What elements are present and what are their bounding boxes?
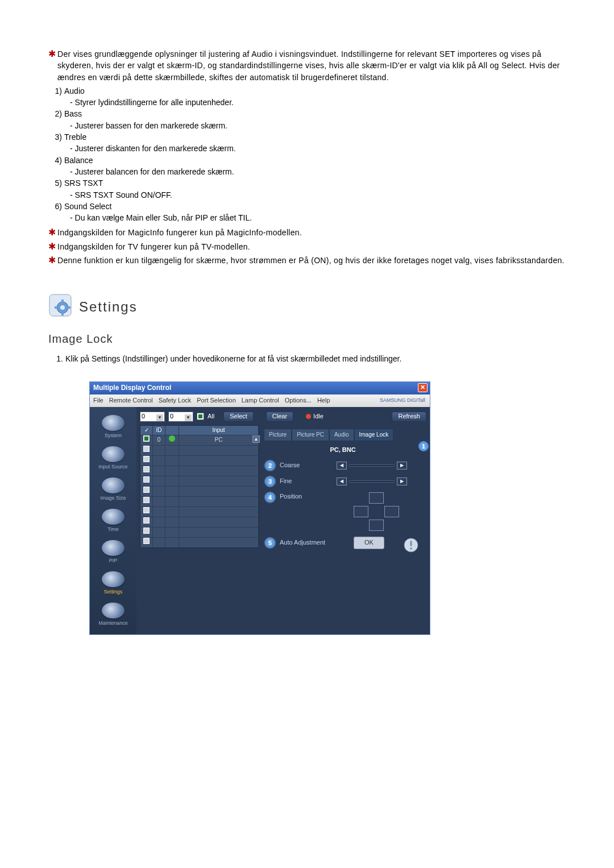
star-icon: ✱ xyxy=(48,242,57,251)
star-icon: ✱ xyxy=(48,228,57,237)
item-index: 2) xyxy=(52,108,64,119)
sidebar-item-settings[interactable]: Settings xyxy=(93,569,133,599)
tab-audio[interactable]: Audio xyxy=(329,429,354,442)
sidebar-label: Image Size xyxy=(100,495,126,501)
sidebar: System Input Source Image Size Time PIP … xyxy=(90,407,136,634)
callout-3: 3 xyxy=(265,476,275,487)
row-checkbox[interactable] xyxy=(143,507,150,513)
clear-button[interactable]: Clear xyxy=(266,412,293,422)
svg-point-2 xyxy=(60,305,65,310)
sidebar-item-maintenance[interactable]: Maintenance xyxy=(93,600,133,630)
star-icon: ✱ xyxy=(48,256,57,265)
svg-rect-6 xyxy=(67,306,70,309)
row-checkbox[interactable] xyxy=(143,487,150,493)
item-index: 3) xyxy=(52,131,64,143)
input-source-icon xyxy=(102,446,125,462)
sidebar-item-time[interactable]: Time xyxy=(93,506,133,537)
tab-picture[interactable]: Picture xyxy=(264,429,292,442)
fine-left-button[interactable]: ◀ xyxy=(337,477,347,485)
menu-lamp-control[interactable]: Lamp Control xyxy=(242,396,279,405)
menu-remote-control[interactable]: Remote Control xyxy=(109,396,153,405)
footnote: Denne funktion er kun tilgængelig for sk… xyxy=(57,255,571,266)
sidebar-item-image-size[interactable]: Image Size xyxy=(93,475,133,505)
item-title: SRS TSXT xyxy=(64,177,571,189)
item-title: Sound Select xyxy=(64,201,571,212)
select-button[interactable]: Select xyxy=(223,412,254,422)
table-row xyxy=(140,466,259,476)
position-up-button[interactable] xyxy=(369,492,384,504)
row-checkbox[interactable] xyxy=(143,538,150,544)
table-row xyxy=(140,486,259,496)
row-checkbox[interactable] xyxy=(143,446,150,452)
menu-port-selection[interactable]: Port Selection xyxy=(197,396,235,405)
coarse-slider[interactable] xyxy=(349,464,395,467)
menu-options[interactable]: Options... xyxy=(285,396,312,405)
idle-label: Idle xyxy=(313,412,323,421)
time-icon xyxy=(102,509,125,525)
tab-image-lock[interactable]: Image Lock xyxy=(354,429,394,442)
sidebar-item-system[interactable]: System xyxy=(93,413,133,443)
item-desc: - Du kan vælge Main eller Sub, når PIP e… xyxy=(70,212,571,223)
fine-right-button[interactable]: ▶ xyxy=(397,477,407,485)
fine-slider[interactable] xyxy=(349,480,395,483)
footnote: Indgangskilden for MagicInfo fungerer ku… xyxy=(57,227,571,238)
sidebar-item-input-source[interactable]: Input Source xyxy=(93,444,133,474)
row-checkbox[interactable] xyxy=(143,476,150,483)
col-id: ID xyxy=(153,426,165,435)
item-index: 4) xyxy=(52,155,64,166)
row-checkbox[interactable] xyxy=(143,435,150,442)
maintenance-icon xyxy=(102,603,125,618)
svg-rect-3 xyxy=(61,300,64,303)
item-desc: - Justerer balancen for den markerede sk… xyxy=(70,166,571,177)
row-checkbox[interactable] xyxy=(143,456,150,462)
brand-label: SAMSUNG DIGITall xyxy=(380,397,425,404)
dropdown-2[interactable]: 0 xyxy=(168,412,193,422)
svg-rect-4 xyxy=(61,312,64,315)
panel-title: PC, BNC xyxy=(265,446,421,455)
table-row[interactable]: 0 PC xyxy=(140,435,259,445)
close-button[interactable]: ✕ xyxy=(418,383,428,392)
row-checkbox[interactable] xyxy=(143,497,150,503)
position-down-button[interactable] xyxy=(369,520,384,531)
menu-file[interactable]: File xyxy=(93,396,103,405)
table-row xyxy=(140,496,259,506)
footnote: Indgangskilden for TV fungerer kun på TV… xyxy=(57,241,571,252)
callout-5: 5 xyxy=(265,538,275,548)
dropdown-1[interactable]: 0 xyxy=(140,412,165,422)
row-checkbox[interactable] xyxy=(143,517,150,524)
item-index: 5) xyxy=(52,177,64,189)
menu-help[interactable]: Help xyxy=(317,396,330,405)
item-desc: - SRS TSXT Sound ON/OFF. xyxy=(70,189,571,201)
sidebar-item-pip[interactable]: PIP xyxy=(93,538,133,568)
item-title: Treble xyxy=(64,131,571,143)
idle-dot-icon xyxy=(306,414,311,419)
settings-icon xyxy=(102,571,125,587)
tab-picture-pc[interactable]: Picture PC xyxy=(292,429,329,442)
param-coarse-label: Coarse xyxy=(280,461,337,470)
table-row xyxy=(140,445,259,455)
refresh-button[interactable]: Refresh xyxy=(392,412,426,422)
subheading: Image Lock xyxy=(48,331,571,347)
row-checkbox[interactable] xyxy=(143,528,150,534)
ok-button[interactable]: OK xyxy=(354,537,384,549)
row-checkbox[interactable] xyxy=(143,466,150,472)
col-status xyxy=(165,426,179,435)
param-position-label: Position xyxy=(280,492,337,501)
coarse-right-button[interactable]: ▶ xyxy=(397,462,407,470)
position-left-button[interactable] xyxy=(354,506,368,517)
sidebar-label: PIP xyxy=(109,558,118,563)
item-desc: - Justerer bassen for den markerede skær… xyxy=(70,120,571,131)
table-row xyxy=(140,527,259,537)
coarse-left-button[interactable]: ◀ xyxy=(337,462,347,470)
sidebar-label: Settings xyxy=(104,589,123,595)
row-id: 0 xyxy=(153,435,165,445)
position-right-button[interactable] xyxy=(384,506,399,517)
item-desc: - Justerer diskanten for den markerede s… xyxy=(70,143,571,154)
menu-safety-lock[interactable]: Safety Lock xyxy=(159,396,191,405)
item-title: Balance xyxy=(64,155,571,166)
all-checkbox[interactable] xyxy=(197,413,204,420)
col-check: ✓ xyxy=(140,426,153,435)
sidebar-label: Input Source xyxy=(98,464,127,470)
all-label: All xyxy=(208,412,214,421)
param-fine-label: Fine xyxy=(280,477,337,486)
